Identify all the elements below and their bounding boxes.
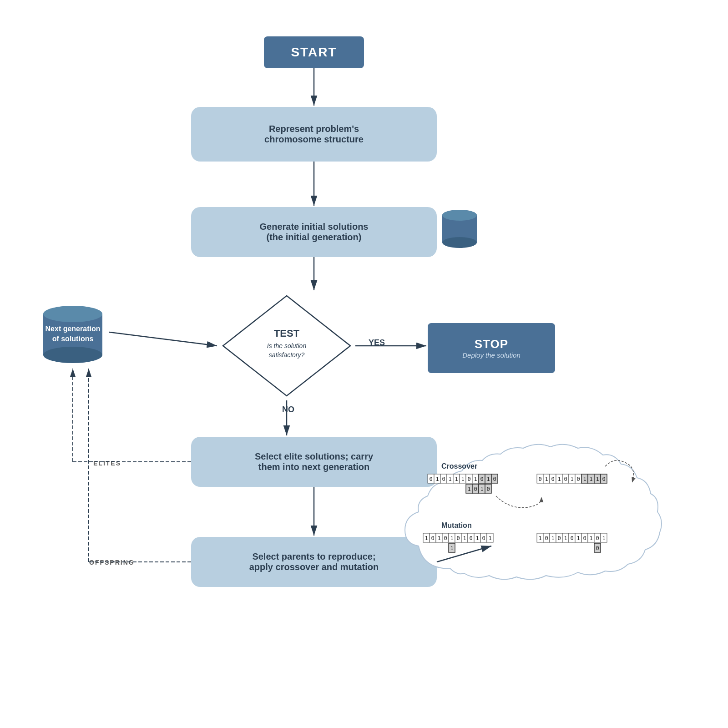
svg-text:1: 1	[475, 535, 479, 541]
svg-text:1: 1	[564, 535, 567, 541]
db-cylinder-right	[441, 208, 478, 251]
svg-text:0: 0	[538, 476, 541, 482]
svg-text:Next generation: Next generation	[46, 325, 101, 333]
svg-text:1: 1	[463, 535, 466, 541]
next-gen-cylinder: Next generation of solutions	[36, 296, 109, 370]
svg-point-10	[43, 347, 102, 363]
svg-line-122	[109, 332, 217, 346]
svg-text:0: 0	[545, 535, 548, 541]
svg-text:1: 1	[480, 486, 483, 492]
svg-text:1: 1	[467, 486, 470, 492]
svg-text:Crossover: Crossover	[441, 462, 477, 470]
svg-text:0: 0	[431, 535, 434, 541]
svg-text:1: 1	[589, 476, 592, 482]
svg-text:1: 1	[545, 476, 548, 482]
svg-text:1: 1	[596, 476, 599, 482]
svg-text:1: 1	[455, 476, 458, 482]
svg-text:1: 1	[557, 476, 561, 482]
start-label: START	[291, 45, 337, 60]
svg-text:0: 0	[596, 535, 599, 541]
svg-text:TEST: TEST	[274, 328, 300, 339]
svg-text:0: 0	[482, 535, 485, 541]
svg-text:of solutions: of solutions	[52, 335, 94, 343]
stop-sub: Deploy the solution	[462, 351, 521, 359]
yes-label: YES	[369, 338, 385, 348]
initial-gen-box: Generate initial solutions(the initial g…	[191, 207, 437, 257]
box2-label: Generate initial solutions(the initial g…	[260, 222, 369, 243]
svg-text:1: 1	[450, 535, 453, 541]
diagram: START Represent problem'schromosome stru…	[0, 0, 728, 728]
svg-text:1: 1	[576, 535, 580, 541]
svg-text:1: 1	[461, 476, 464, 482]
svg-text:0: 0	[480, 476, 483, 482]
svg-text:1: 1	[448, 476, 451, 482]
svg-text:Mutation: Mutation	[441, 521, 472, 529]
svg-point-3	[442, 210, 477, 221]
svg-text:0: 0	[570, 535, 573, 541]
svg-text:0: 0	[456, 535, 460, 541]
svg-text:1: 1	[435, 476, 439, 482]
svg-text:0: 0	[557, 535, 561, 541]
svg-text:0: 0	[467, 476, 470, 482]
stop-label: STOP	[475, 337, 508, 351]
svg-text:0: 0	[602, 476, 605, 482]
svg-point-2	[442, 237, 477, 248]
svg-text:0: 0	[583, 535, 586, 541]
svg-text:1: 1	[474, 476, 477, 482]
svg-text:satisfactory?: satisfactory?	[269, 351, 305, 359]
chromosome-box: Represent problem'schromosome structure	[191, 107, 437, 162]
cloud-diagram: Crossover 0 1 0 1 1 1 0 1	[396, 432, 678, 607]
svg-text:1: 1	[538, 535, 541, 541]
svg-text:0: 0	[442, 476, 445, 482]
svg-text:0: 0	[474, 486, 477, 492]
no-label: NO	[282, 405, 294, 415]
svg-text:0: 0	[444, 535, 447, 541]
svg-text:1: 1	[589, 535, 592, 541]
svg-text:0: 0	[469, 535, 472, 541]
svg-text:1: 1	[583, 476, 586, 482]
svg-text:1: 1	[551, 535, 554, 541]
svg-text:1: 1	[437, 535, 440, 541]
svg-text:0: 0	[493, 476, 496, 482]
svg-point-9	[43, 306, 102, 322]
svg-text:1: 1	[486, 476, 490, 482]
svg-text:0: 0	[551, 476, 554, 482]
offspring-label: OFFSPRING	[89, 559, 135, 566]
diamond-wrapper: TEST Is the solution satisfactory?	[218, 291, 355, 402]
svg-text:0: 0	[564, 476, 567, 482]
svg-text:1: 1	[450, 545, 453, 551]
stop-box: STOP Deploy the solution	[428, 323, 555, 373]
svg-text:1: 1	[570, 476, 573, 482]
start-box: START	[264, 36, 364, 68]
svg-text:0: 0	[429, 476, 432, 482]
svg-text:1: 1	[488, 535, 491, 541]
svg-text:Is the solution: Is the solution	[267, 342, 307, 349]
svg-text:1: 1	[425, 535, 428, 541]
svg-text:0: 0	[576, 476, 580, 482]
svg-text:0: 0	[596, 545, 599, 551]
box4-label: Select parents to reproduce;apply crosso…	[249, 551, 379, 572]
box3-label: Select elite solutions; carrythem into n…	[255, 451, 373, 472]
elites-label: ELITES	[93, 460, 121, 467]
svg-text:1: 1	[602, 535, 605, 541]
svg-text:0: 0	[486, 486, 490, 492]
box1-label: Represent problem'schromosome structure	[264, 124, 364, 145]
